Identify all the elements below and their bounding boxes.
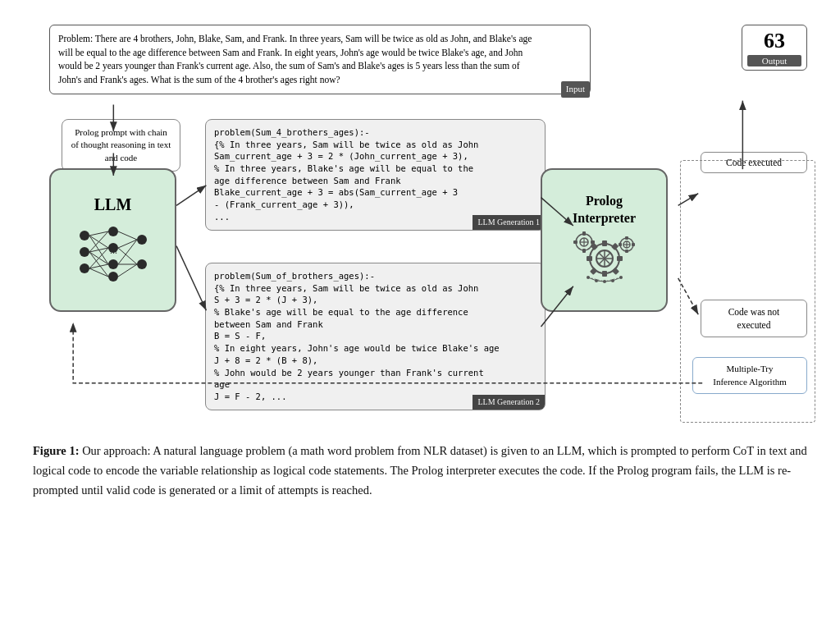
caption: Figure 1: Our approach: A natural langua… bbox=[33, 442, 807, 501]
caption-prefix: Figure 1: bbox=[33, 444, 80, 457]
svg-line-24 bbox=[118, 264, 137, 277]
prolog-interpreter-label: PrologInterpreter bbox=[573, 193, 636, 227]
svg-line-71 bbox=[176, 185, 206, 206]
gears-icon bbox=[568, 230, 641, 287]
multiple-try-box: Multiple-TryInference Algorithm bbox=[692, 357, 807, 394]
code-line: {% In three years, Sam will be twice as … bbox=[214, 139, 536, 151]
svg-line-19 bbox=[118, 231, 137, 240]
code-executed-box: Code executed bbox=[701, 152, 807, 173]
generation1-label: LLM Generation 1 bbox=[472, 215, 545, 230]
svg-rect-34 bbox=[611, 268, 619, 275]
svg-point-5 bbox=[108, 259, 118, 269]
svg-point-1 bbox=[80, 247, 89, 257]
code-line: age bbox=[214, 378, 536, 391]
code-line: Sam_current_age + 3 = 2 * (John_current_… bbox=[214, 150, 536, 163]
svg-point-7 bbox=[137, 235, 147, 245]
code-line: between Sam and Frank bbox=[214, 318, 536, 331]
output-label: Output bbox=[747, 55, 801, 66]
svg-rect-45 bbox=[573, 240, 578, 244]
code-line: S + 3 = 2 * (J + 3), bbox=[214, 294, 536, 306]
code-line: % In eight years, John's age would be tw… bbox=[214, 342, 536, 355]
prolog-interpreter-box: PrologInterpreter bbox=[541, 168, 668, 312]
code-box-generation1: problem(Sum_4_brothers_ages):- {% In thr… bbox=[205, 119, 546, 231]
svg-rect-53 bbox=[619, 243, 622, 246]
svg-point-8 bbox=[137, 259, 147, 269]
svg-rect-51 bbox=[625, 250, 628, 253]
svg-rect-28 bbox=[602, 240, 607, 246]
prolog-prompt-box: Prolog prompt with chain of thought reas… bbox=[62, 119, 180, 172]
multiple-try-text: Multiple-TryInference Algorithm bbox=[713, 364, 787, 386]
code-not-executed-text: Code was notexecuted bbox=[728, 307, 780, 330]
code-line: % Blake's age will be equal to the age d… bbox=[214, 306, 536, 318]
output-number: 63 bbox=[747, 29, 801, 53]
input-text: Problem: There are 4 brothers, John, Bla… bbox=[58, 34, 532, 85]
code-line: % John would be 2 years younger than Fra… bbox=[214, 367, 536, 379]
svg-text:...: ... bbox=[110, 245, 117, 256]
code-not-executed-box: Code was notexecuted bbox=[701, 300, 807, 337]
code-line: J + 8 = 2 * (B + 8), bbox=[214, 355, 536, 367]
svg-rect-52 bbox=[632, 243, 635, 246]
output-box: 63 Output bbox=[742, 25, 807, 71]
code-line: B = S - F, bbox=[214, 330, 536, 342]
neural-network-icon: ... bbox=[72, 219, 154, 285]
svg-rect-42 bbox=[582, 231, 586, 236]
svg-line-21 bbox=[118, 248, 137, 264]
svg-rect-30 bbox=[617, 256, 623, 261]
svg-rect-31 bbox=[587, 256, 592, 261]
svg-point-0 bbox=[80, 231, 89, 240]
svg-rect-43 bbox=[582, 249, 586, 253]
svg-point-2 bbox=[80, 263, 89, 273]
code-line: {% In three years, Sam will be twice as … bbox=[214, 282, 536, 295]
svg-rect-29 bbox=[602, 271, 607, 277]
code-line: % In three years, Blake's age will be eq… bbox=[214, 163, 536, 175]
prolog-prompt-text: Prolog prompt with chain of thought reas… bbox=[71, 127, 171, 163]
code-line: Blake_current_age + 3 = abs(Sam_current_… bbox=[214, 186, 536, 199]
svg-point-6 bbox=[108, 272, 118, 282]
code-line: problem(Sum_4_brothers_ages):- bbox=[214, 126, 536, 139]
svg-rect-50 bbox=[625, 236, 628, 240]
input-box: Problem: There are 4 brothers, John, Bla… bbox=[49, 25, 591, 94]
caption-text: Our approach: A natural language problem… bbox=[33, 444, 807, 497]
generation2-label: LLM Generation 2 bbox=[472, 395, 545, 410]
svg-line-75 bbox=[678, 194, 699, 206]
code-line: - (Frank_current_age + 3)), bbox=[214, 199, 536, 211]
svg-rect-35 bbox=[590, 268, 597, 275]
svg-line-77 bbox=[678, 278, 699, 314]
code-line: problem(Sum_of_brothers_ages):- bbox=[214, 270, 536, 282]
svg-line-72 bbox=[176, 246, 206, 311]
code-line: age difference between Sam and Frank bbox=[214, 175, 536, 187]
diagram-area: Problem: There are 4 brothers, John, Bla… bbox=[33, 25, 807, 427]
svg-point-3 bbox=[108, 227, 118, 236]
code-executed-label: Code executed bbox=[726, 158, 782, 167]
svg-rect-32 bbox=[611, 243, 619, 250]
code-box-generation2: problem(Sum_of_brothers_ages):- {% In th… bbox=[205, 263, 546, 410]
llm-label: LLM bbox=[94, 195, 132, 214]
svg-rect-44 bbox=[591, 240, 595, 244]
llm-box: LLM bbox=[49, 168, 176, 312]
input-label: Input bbox=[561, 81, 590, 98]
